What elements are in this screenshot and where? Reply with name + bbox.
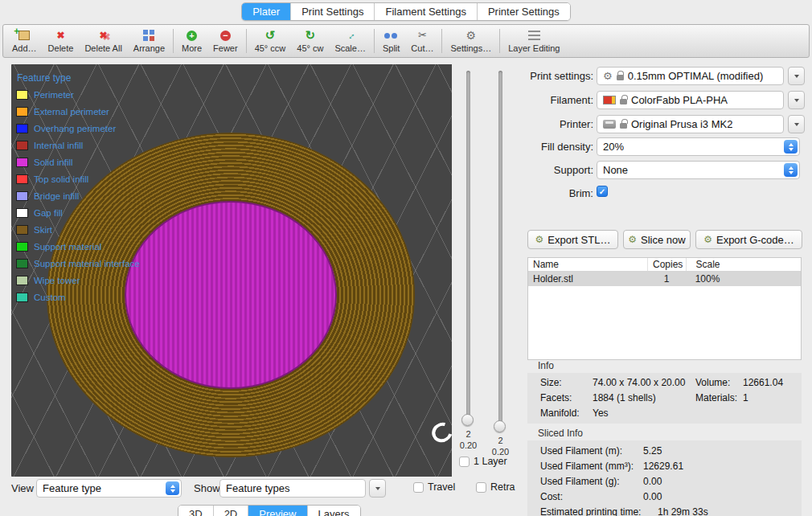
travel-checkbox[interactable]	[413, 482, 424, 493]
sliced-cost-value: 0.00	[643, 491, 662, 502]
fill-density-select[interactable]: 20%	[597, 137, 800, 156]
cut-label: Cut…	[411, 43, 433, 53]
arrange-icon	[142, 29, 155, 42]
check-icon: ✓	[599, 187, 605, 196]
slice-now-icon: ⚙	[628, 234, 637, 245]
rotate-cw-button[interactable]: ↻ 45° cw	[291, 27, 329, 55]
legend-swatch	[16, 107, 28, 117]
column-name[interactable]: Name	[528, 258, 647, 271]
lock-icon	[620, 123, 627, 129]
sliced-filament-m-value: 5.25	[643, 445, 662, 457]
info-materials-value: 1	[743, 392, 748, 403]
cell-scale: 100%	[686, 272, 729, 286]
legend-swatch	[16, 293, 28, 302]
cut-button[interactable]: ✂ Cut…	[405, 27, 439, 55]
info-title: Info	[538, 360, 554, 371]
legend-item: Custom	[16, 292, 140, 302]
print-settings-expand-button[interactable]	[788, 67, 805, 85]
scale-icon: ↔	[341, 27, 359, 45]
legend-swatch	[16, 208, 28, 218]
legend-title: Feature type	[17, 72, 140, 84]
tab-2d[interactable]: 2D	[214, 506, 249, 516]
legend-label: Support material	[34, 242, 101, 252]
chevron-down-icon	[794, 123, 799, 126]
layer-slider-right-thumb[interactable]	[494, 420, 506, 432]
filament-label: Filament:	[523, 94, 593, 106]
tab-preview[interactable]: Preview	[248, 506, 307, 516]
legend-label: Solid infill	[34, 158, 73, 167]
filament-select[interactable]: ColorFabb PLA-PHA	[597, 91, 784, 109]
tab-print-settings[interactable]: Print Settings	[291, 3, 375, 20]
tab-printer-settings[interactable]: Printer Settings	[478, 3, 570, 20]
chevron-down-icon	[794, 75, 799, 78]
tab-plater[interactable]: Plater	[242, 3, 291, 20]
layer-editing-button[interactable]: Layer Editing	[502, 27, 565, 55]
one-layer-label: 1 Layer	[474, 456, 507, 467]
lock-icon	[620, 99, 627, 104]
cut-icon: ✂	[416, 29, 429, 42]
layer-editing-icon	[527, 29, 540, 42]
more-label: More	[182, 43, 202, 53]
export-stl-button[interactable]: ⚙ Export STL…	[527, 230, 618, 249]
legend-item: Top solid infill	[16, 174, 140, 184]
sliced-cost-label: Cost:	[540, 491, 563, 502]
column-copies[interactable]: Copies	[647, 258, 686, 271]
print-settings-select[interactable]: ⚙ 0.15mm OPTIMAL (modified)	[597, 67, 784, 85]
sliced-time-value: 1h 29m 33s	[658, 506, 708, 516]
one-layer-control: 1 Layer	[459, 456, 507, 467]
tab-filament-settings[interactable]: Filament Settings	[375, 3, 477, 20]
preview-viewport[interactable]: Feature type Perimeter External perimete…	[11, 64, 452, 477]
one-layer-checkbox[interactable]	[459, 457, 470, 467]
settings-label: Settings…	[450, 43, 491, 53]
printer-expand-button[interactable]	[788, 115, 805, 133]
printer-select[interactable]: Original Prusa i3 MK2	[597, 115, 784, 133]
toolbar-separator	[441, 29, 442, 53]
column-scale[interactable]: Scale	[686, 258, 729, 271]
sliced-info-title: Sliced Info	[538, 428, 583, 439]
table-row[interactable]: Holder.stl 1 100%	[528, 272, 801, 286]
layer-slider-left-height-value: 0.20	[456, 440, 481, 450]
more-button[interactable]: + More	[176, 27, 207, 55]
legend-label: Gap fill	[34, 208, 63, 218]
slice-now-button[interactable]: ⚙ Slice now	[623, 230, 691, 249]
info-manifold-value: Yes	[593, 407, 609, 419]
export-gcode-button[interactable]: ⚙ Export G-code…	[695, 230, 802, 249]
add-button[interactable]: + Add…	[6, 27, 43, 55]
view-mode-select[interactable]: Feature type	[36, 479, 182, 498]
toolbar-separator	[499, 29, 500, 53]
scale-button[interactable]: ↔ Scale…	[329, 27, 371, 55]
tab-3d[interactable]: 3D	[178, 506, 214, 516]
retractions-checkbox[interactable]	[476, 482, 486, 493]
arrange-button[interactable]: Arrange	[128, 27, 170, 55]
sliced-filament-mm3-value: 12629.61	[643, 461, 683, 472]
legend-item: Solid infill	[16, 157, 140, 167]
layer-slider-left-track[interactable]	[466, 71, 470, 418]
split-button[interactable]: Split	[377, 27, 405, 55]
legend-item: Bridge infill	[16, 190, 140, 201]
table-header: Name Copies Scale	[528, 258, 801, 272]
delete-all-button[interactable]: ✖ Delete All	[79, 27, 127, 55]
support-select[interactable]: None	[597, 161, 800, 179]
fill-density-value: 20%	[603, 141, 624, 153]
delete-button[interactable]: ✖ Delete	[43, 27, 80, 55]
filament-expand-button[interactable]	[788, 91, 805, 109]
show-select[interactable]: Feature types	[219, 479, 366, 498]
toolbar-separator	[374, 29, 375, 53]
layer-slider-right-track[interactable]	[498, 71, 502, 424]
layer-slider-right-layer-value: 2	[488, 436, 513, 445]
legend-swatch	[16, 225, 28, 235]
fill-density-label: Fill density:	[523, 141, 593, 153]
show-expand-button[interactable]	[369, 479, 386, 498]
show-label: Show	[194, 482, 220, 494]
layer-slider-left-thumb[interactable]	[461, 414, 474, 426]
settings-button[interactable]: ⚙ Settings…	[445, 27, 497, 55]
tab-layers[interactable]: Layers	[308, 506, 360, 516]
brim-checkbox[interactable]: ✓	[597, 186, 608, 197]
legend-item: Wipe tower	[16, 275, 140, 285]
fewer-button[interactable]: − Fewer	[207, 27, 244, 55]
rotate-cw-icon: ↻	[304, 29, 317, 42]
rotate-ccw-button[interactable]: ↺ 45° ccw	[249, 27, 292, 55]
support-label: Support:	[523, 164, 593, 176]
toolbar-separator	[246, 29, 247, 53]
show-value: Feature types	[226, 482, 290, 494]
